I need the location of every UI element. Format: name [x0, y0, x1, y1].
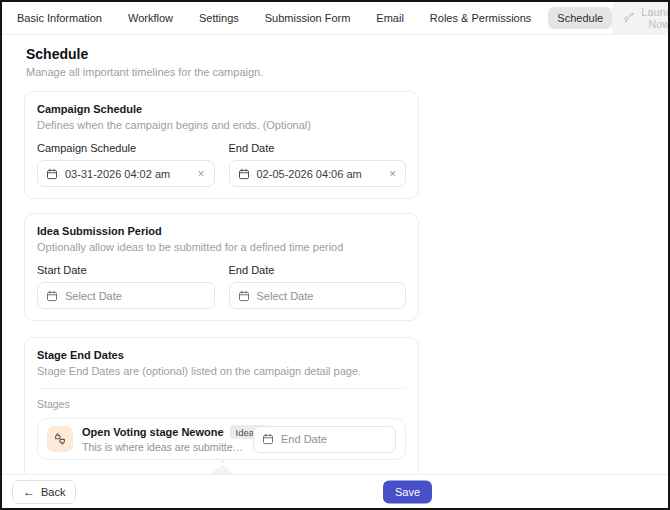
stage-reorder-separator: ↑↓ [37, 460, 406, 474]
divider [37, 388, 406, 389]
tab-email[interactable]: Email [367, 7, 413, 29]
date-placeholder: End Date [281, 433, 387, 445]
tab-workflow[interactable]: Workflow [119, 7, 182, 29]
idea-submission-card: Idea Submission Period Optionally allow … [24, 213, 419, 321]
stage-name: Open Voting stage Newone [82, 426, 224, 438]
footer-bar: ← Back Save [2, 474, 668, 508]
clear-date-icon[interactable]: × [196, 168, 205, 180]
campaign-start-datetime-input[interactable]: 03-31-2026 04:02 am × [37, 160, 215, 187]
field-label: End Date [229, 264, 407, 276]
tab-settings[interactable]: Settings [190, 7, 248, 29]
card-title: Idea Submission Period [37, 225, 406, 237]
clear-date-icon[interactable]: × [388, 168, 397, 180]
swap-stages-button[interactable]: ↑↓ [212, 467, 232, 474]
rocket-icon [623, 12, 635, 24]
campaign-schedule-field: Campaign Schedule 03-31-2026 04:02 am × [37, 142, 215, 187]
stage-info: Open Voting stage Newone Ideate This is … [82, 425, 245, 453]
save-button[interactable]: Save [383, 480, 432, 503]
field-label: Start Date [37, 264, 215, 276]
tab-schedule[interactable]: Schedule [548, 7, 612, 29]
card-subtitle: Defines when the campaign begins and end… [37, 119, 406, 131]
stage-description: This is where ideas are submitted and vo… [82, 441, 245, 453]
tab-basic-information[interactable]: Basic Information [8, 7, 111, 29]
page-header: Schedule Manage all important timelines … [26, 46, 644, 78]
submission-start-date-input[interactable]: Select Date [37, 282, 215, 309]
tab-submission-form[interactable]: Submission Form [256, 7, 360, 29]
submission-start-field: Start Date Select Date [37, 264, 215, 309]
card-title: Stage End Dates [37, 349, 406, 361]
card-subtitle: Optionally allow ideas to be submitted f… [37, 241, 406, 253]
campaign-end-date-field: End Date 02-05-2026 04:06 am × [229, 142, 407, 187]
stages-label: Stages [37, 398, 406, 410]
stage-row-open-voting: Open Voting stage Newone Ideate This is … [37, 418, 406, 460]
submission-end-field: End Date Select Date [229, 264, 407, 309]
calendar-icon [238, 290, 250, 302]
submission-end-date-input[interactable]: Select Date [229, 282, 407, 309]
field-label: Campaign Schedule [37, 142, 215, 154]
stage-end-dates-card: Stage End Dates Stage End Dates are (opt… [24, 337, 419, 474]
main-content: Schedule Manage all important timelines … [2, 35, 668, 474]
card-subtitle: Stage End Dates are (optional) listed on… [37, 365, 406, 377]
tab-roles-permissions[interactable]: Roles & Permissions [421, 7, 540, 29]
launch-now-label: Launch Now [641, 6, 670, 30]
date-placeholder: Select Date [257, 290, 398, 302]
date-value: 02-05-2026 04:06 am [257, 168, 381, 180]
calendar-icon [46, 290, 58, 302]
page-subtitle: Manage all important timelines for the c… [26, 66, 644, 78]
date-value: 03-31-2026 04:02 am [65, 168, 189, 180]
field-label: End Date [229, 142, 407, 154]
back-button[interactable]: ← Back [12, 480, 76, 504]
calendar-icon [262, 433, 274, 445]
back-arrow-icon: ← [23, 486, 35, 498]
page-title: Schedule [26, 46, 644, 62]
app-window: Basic Information Workflow Settings Subm… [0, 0, 670, 510]
calendar-icon [46, 168, 58, 180]
calendar-icon [238, 168, 250, 180]
campaign-schedule-card: Campaign Schedule Defines when the campa… [24, 91, 419, 199]
card-title: Campaign Schedule [37, 103, 406, 115]
date-placeholder: Select Date [65, 290, 206, 302]
launch-now-button[interactable]: Launch Now [612, 1, 670, 35]
campaign-end-datetime-input[interactable]: 02-05-2026 04:06 am × [229, 160, 407, 187]
back-label: Back [41, 486, 65, 498]
tab-bar: Basic Information Workflow Settings Subm… [8, 7, 612, 29]
vote-icon [47, 426, 73, 452]
top-navigation: Basic Information Workflow Settings Subm… [2, 2, 668, 35]
stage-end-date-input[interactable]: End Date [253, 426, 396, 453]
